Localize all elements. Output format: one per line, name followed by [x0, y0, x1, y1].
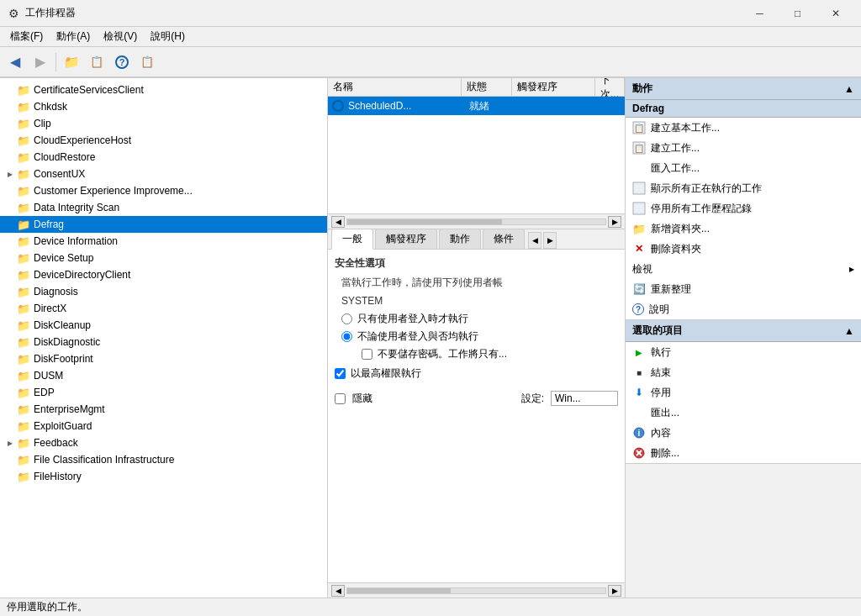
scroll-right-button[interactable]: ▶ — [608, 216, 621, 228]
tree-label: File Classification Infrastructure — [34, 454, 174, 466]
run-task-icon: ▶ — [632, 345, 646, 359]
back-button[interactable]: ◀ — [3, 50, 27, 74]
tree-item-devicedirectoryclient[interactable]: 📁 DeviceDirectoryClient — [0, 266, 327, 283]
create-basic-task-icon: 📋 — [632, 121, 646, 134]
tree-item-defrag[interactable]: 📁 Defrag — [0, 216, 327, 233]
actions-header[interactable]: 動作 ▲ — [626, 78, 861, 100]
selected-items-header[interactable]: 選取的項目 ▲ — [626, 320, 861, 342]
action-disable-task[interactable]: ⬇ 停用 — [626, 382, 861, 403]
forward-button[interactable]: ▶ — [29, 50, 52, 74]
tree-item-exploitguard[interactable]: 📁 ExploitGuard — [0, 418, 327, 434]
tree-item-cloudrestore[interactable]: 📁 CloudRestore — [0, 149, 327, 166]
task-list-row[interactable]: ScheduledD... 就緒 — [328, 97, 625, 115]
task-status: 就緒 — [469, 99, 520, 113]
menu-action[interactable]: 動作(A) — [50, 28, 97, 45]
folder-icon: 📁 — [17, 184, 30, 197]
folder-icon: 📁 — [17, 436, 30, 450]
minimize-button[interactable]: ─ — [741, 0, 779, 27]
col-header-next[interactable]: 下次... — [595, 78, 625, 96]
tree-item-enterprisemgmt[interactable]: 📁 EnterpriseMgmt — [0, 401, 327, 418]
folder-button[interactable]: 📁 — [60, 50, 83, 74]
tab-action[interactable]: 動作 — [439, 229, 481, 249]
close-button[interactable]: ✕ — [816, 0, 854, 27]
tree-item-clip[interactable]: 📁 Clip — [0, 115, 327, 132]
tree-item-deviceinformation[interactable]: 📁 Device Information — [0, 233, 327, 250]
menu-file[interactable]: 檔案(F) — [3, 28, 50, 45]
action-new-folder[interactable]: 📁 新增資料夾... — [626, 218, 861, 239]
col-header-status[interactable]: 狀態 — [462, 78, 512, 96]
folder-icon: 📁 — [17, 268, 30, 282]
tree-label: Device Setup — [34, 252, 93, 264]
col-header-name[interactable]: 名稱 — [328, 78, 462, 96]
folder-icon: 📁 — [17, 352, 30, 366]
expand-placeholder — [3, 100, 17, 113]
action-import-task[interactable]: 匯入工作... — [626, 158, 861, 178]
folder-icon: 📁 — [17, 218, 30, 231]
tree-item-devicesetup[interactable]: 📁 Device Setup — [0, 250, 327, 266]
radio-always-run[interactable] — [341, 331, 352, 342]
action-export-task[interactable]: 匯出... — [626, 403, 861, 423]
refresh-label: 重新整理 — [651, 282, 691, 297]
folder-icon: 📁 — [17, 251, 30, 265]
action-delete-folder[interactable]: ✕ 刪除資料夾 — [626, 239, 861, 259]
setting-combo[interactable]: Win... — [551, 391, 618, 406]
tree-item-diskcleanup[interactable]: 📁 DiskCleanup — [0, 317, 327, 334]
tree-item-feedback[interactable]: ▶ 📁 Feedback — [0, 434, 327, 451]
checkbox-run-highest[interactable] — [335, 368, 346, 379]
tree-item-certificateservicesclient[interactable]: 📁 CertificateServicesClient — [0, 82, 327, 98]
tree-label: DiskDiagnostic — [34, 336, 100, 348]
tree-item-dusm[interactable]: 📁 DUSM — [0, 367, 327, 384]
tree-item-diskfootprint[interactable]: 📁 DiskFootprint — [0, 350, 327, 367]
taskpad2-button[interactable]: 📋 — [135, 50, 159, 74]
maximize-button[interactable]: □ — [779, 0, 816, 27]
task-status-icon — [331, 99, 345, 113]
menu-view[interactable]: 檢視(V) — [97, 28, 144, 45]
tab-nav-right[interactable]: ▶ — [543, 232, 557, 249]
tree-item-directx[interactable]: 📁 DirectX — [0, 300, 327, 317]
action-help[interactable]: ? 說明 — [626, 299, 861, 319]
checkbox-no-save-password[interactable] — [362, 349, 372, 360]
action-create-task[interactable]: 📋 建立工作... — [626, 138, 861, 158]
action-properties-task[interactable]: i 內容 — [626, 423, 861, 443]
taskpad-button[interactable]: 📋 — [85, 50, 108, 74]
menu-bar: 檔案(F) 動作(A) 檢視(V) 說明(H) — [0, 27, 861, 47]
folder-icon: 📁 — [17, 319, 30, 332]
title-bar: ⚙ 工作排程器 ─ □ ✕ — [0, 0, 861, 27]
tree-item-edp[interactable]: 📁 EDP — [0, 384, 327, 401]
action-disable-history[interactable]: 停用所有工作歷程記錄 — [626, 198, 861, 218]
tree-item-chkdsk[interactable]: 📁 Chkdsk — [0, 98, 327, 115]
tree-label: DiskFootprint — [34, 353, 93, 365]
expand-icon-feedback[interactable]: ▶ — [3, 436, 17, 450]
tree-item-customerexperience[interactable]: 📁 Customer Experience Improveme... — [0, 182, 327, 199]
action-end-task[interactable]: ■ 結束 — [626, 362, 861, 382]
help-button[interactable]: ? — [110, 50, 134, 74]
tab-scroll-right[interactable]: ▶ — [608, 585, 621, 597]
tree-item-diagnosis[interactable]: 📁 Diagnosis — [0, 283, 327, 300]
expand-placeholder — [3, 285, 17, 298]
action-run-task[interactable]: ▶ 執行 — [626, 342, 861, 362]
tree-item-cloudexperiencehost[interactable]: 📁 CloudExperienceHost — [0, 132, 327, 149]
col-header-trigger[interactable]: 觸發程序 — [512, 78, 595, 96]
tab-condition[interactable]: 條件 — [483, 229, 525, 249]
tree-item-filehistory[interactable]: 📁 FileHistory — [0, 468, 327, 485]
tab-general[interactable]: 一般 — [331, 229, 373, 250]
tab-scroll-left[interactable]: ◀ — [331, 585, 345, 597]
action-refresh[interactable]: 🔄 重新整理 — [626, 279, 861, 299]
tree-item-consentux[interactable]: ▶ 📁 ConsentUX — [0, 166, 327, 182]
expand-icon-consentux[interactable]: ▶ — [3, 167, 17, 181]
menu-help[interactable]: 說明(H) — [144, 28, 192, 45]
tree-item-fileclassification[interactable]: 📁 File Classification Infrastructure — [0, 451, 327, 468]
tree-item-diskdiagnostic[interactable]: 📁 DiskDiagnostic — [0, 334, 327, 350]
tab-trigger[interactable]: 觸發程序 — [375, 229, 437, 249]
action-view[interactable]: 檢視 ▶ — [626, 259, 861, 279]
action-create-basic-task[interactable]: 📋 建立基本工作... — [626, 118, 861, 138]
tree-item-dataintegritycan[interactable]: 📁 Data Integrity Scan — [0, 199, 327, 216]
scroll-left-button[interactable]: ◀ — [331, 216, 345, 228]
action-display-running[interactable]: 顯示所有正在執行的工作 — [626, 178, 861, 198]
export-task-icon — [632, 406, 646, 419]
action-delete-task[interactable]: 刪除... — [626, 443, 861, 463]
radio-login-only[interactable] — [341, 313, 352, 324]
checkbox-hidden[interactable] — [335, 393, 346, 404]
help-icon: ? — [115, 55, 129, 69]
tab-nav-left[interactable]: ◀ — [528, 232, 541, 249]
